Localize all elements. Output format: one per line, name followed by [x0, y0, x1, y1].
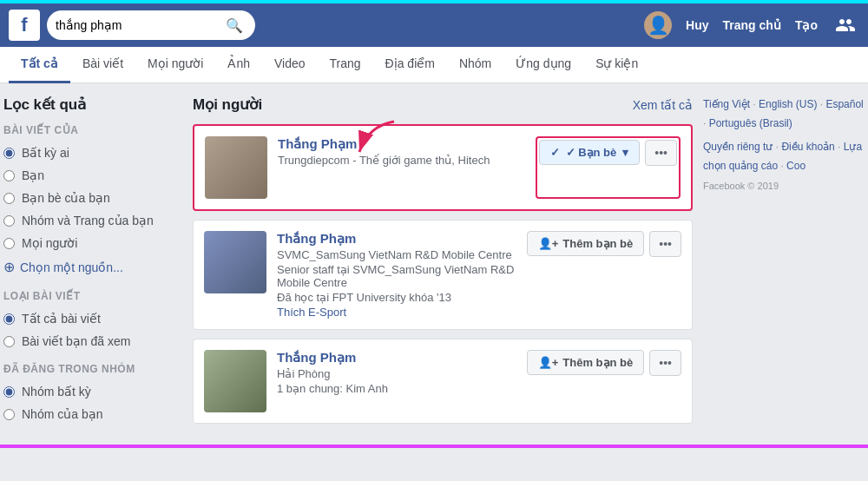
search-button[interactable]: 🔍	[222, 17, 247, 34]
filter-ban[interactable]: Bạn	[0, 164, 182, 187]
avatar[interactable]: 👤	[644, 11, 672, 39]
lang-english[interactable]: English (US)	[759, 98, 817, 110]
filter-tat-ca-bai-viet[interactable]: Tất cả bài viết	[0, 307, 182, 330]
more-button-2[interactable]: •••	[649, 231, 681, 257]
filter-chon-nguon[interactable]: ⊕ Chọn một nguồn...	[0, 254, 182, 280]
tab-groups[interactable]: Nhóm	[447, 46, 503, 83]
person-avatar-1	[205, 136, 267, 199]
person-detail2-2: Đã học tại FPT University khóa '13	[277, 291, 516, 304]
privacy-link[interactable]: Quyền riêng tư	[703, 141, 773, 153]
create-link[interactable]: Tạo	[795, 18, 818, 32]
filter-bai-viet-da-xem[interactable]: Bài viết bạn đã xem	[0, 330, 182, 353]
person-info-3: Thắng Phạm Hải Phòng 1 bạn chung: Kim An…	[277, 350, 516, 412]
footer-policy-links: Quyền riêng tư · Điều khoản · Lựa chọn q…	[703, 138, 868, 175]
filter-bat-ky-ai[interactable]: Bất kỳ ai	[0, 142, 182, 164]
tab-pages[interactable]: Trang	[318, 46, 373, 83]
footer-language-links: Tiếng Việt · English (US) · Español · Po…	[703, 96, 868, 133]
home-link[interactable]: Trang chủ	[723, 18, 781, 32]
person-actions-3: 👤+ Thêm bạn bè •••	[527, 350, 681, 412]
lang-espanol[interactable]: Español	[825, 98, 863, 110]
search-bar: 🔍	[47, 10, 255, 40]
people-icon[interactable]	[832, 11, 859, 39]
person-avatar-3	[204, 350, 266, 412]
person-name-1[interactable]: Thắng Phạm	[278, 136, 525, 152]
more-button-1[interactable]: •••	[645, 140, 677, 166]
person-name-2[interactable]: Thắng Phạm	[277, 231, 516, 247]
lang-tieng-viet[interactable]: Tiếng Việt	[703, 98, 750, 110]
facebook-logo[interactable]: f	[9, 10, 40, 41]
add-friend-icon-2: 👤+	[538, 237, 559, 250]
tab-places[interactable]: Địa điểm	[373, 46, 447, 83]
section-title: Mọi người	[193, 96, 262, 114]
tab-apps[interactable]: Ứng dụng	[503, 46, 583, 83]
person-detail-3: 1 bạn chung: Kim Anh	[277, 382, 516, 395]
person-name-3[interactable]: Thắng Phạm	[277, 350, 516, 366]
lang-portugues[interactable]: Português (Brasil)	[709, 117, 792, 129]
them-ban-be-button-3[interactable]: 👤+ Thêm bạn bè	[527, 350, 645, 375]
main-layout: Lọc kết quả BÀI VIẾT CỦA Bất kỳ ai Bạn B…	[0, 83, 868, 445]
tab-all[interactable]: Tất cả	[9, 46, 70, 83]
filter-section-nhom: ĐÃ ĐĂNG TRONG NHÓM	[0, 363, 182, 375]
person-info-2: Thắng Phạm SVMC_SamSung VietNam R&D Mobi…	[277, 231, 516, 319]
tab-photos[interactable]: Ảnh	[215, 46, 262, 83]
add-friend-icon-3: 👤+	[538, 356, 559, 369]
person-avatar-2	[204, 231, 266, 293]
filter-section-bai-viet-cua: BÀI VIẾT CỦA	[0, 124, 182, 136]
checkmark-icon: ✓	[550, 146, 560, 159]
person-actions-2: 👤+ Thêm bạn bè •••	[527, 231, 681, 319]
filter-nhom-va-trang[interactable]: Nhóm và Trang của bạn	[0, 209, 182, 232]
left-sidebar: Lọc kết quả BÀI VIẾT CỦA Bất kỳ ai Bạn B…	[0, 96, 182, 432]
sub-navigation: Tất cả Bài viết Mọi người Ảnh Video Tran…	[0, 47, 868, 83]
tab-posts[interactable]: Bài viết	[70, 46, 135, 83]
filter-moi-nguoi[interactable]: Mọi người	[0, 232, 182, 254]
cookies-link[interactable]: Coo	[786, 160, 806, 172]
more-button-3[interactable]: •••	[649, 350, 681, 376]
person-card-1: Thắng Phạm Trungdiepcom - Thế giới game …	[193, 124, 693, 211]
top-navigation: f 🔍 👤 Huy Trang chủ Tạo	[0, 3, 868, 47]
copyright: Facebook © 2019	[703, 181, 868, 191]
filter-ban-be-cua-ban[interactable]: Bạn bè của bạn	[0, 187, 182, 209]
person-actions-1: ✓ ✓ Bạn bè ▾ •••	[536, 136, 681, 199]
filter-title: Lọc kết quả	[0, 96, 182, 114]
person-detail-2: Senior staff tại SVMC_SamSung VietNam R&…	[277, 263, 516, 289]
chevron-down-icon: ▾	[622, 146, 628, 159]
person-card-3: Thắng Phạm Hải Phòng 1 bạn chung: Kim An…	[193, 339, 693, 424]
person-sub-1: Trungdiepcom - Thế giới game thủ, Hitech	[278, 154, 525, 167]
person-sub-2: SVMC_SamSung VietNam R&D Mobile Centre	[277, 248, 516, 261]
person-card-2: Thắng Phạm SVMC_SamSung VietNam R&D Mobi…	[193, 220, 693, 330]
user-name[interactable]: Huy	[686, 18, 708, 32]
person-interest-2[interactable]: Thích E-Sport	[277, 306, 516, 319]
filter-nhom-cua-ban[interactable]: Nhóm của bạn	[0, 403, 182, 425]
terms-link[interactable]: Điều khoản	[781, 141, 834, 153]
them-ban-be-button-2[interactable]: 👤+ Thêm bạn bè	[527, 231, 645, 256]
center-content: Mọi người Xem tất cả Thắng	[193, 96, 693, 432]
search-input[interactable]	[56, 18, 222, 32]
right-sidebar: Tiếng Việt · English (US) · Español · Po…	[703, 96, 868, 432]
see-all-link[interactable]: Xem tất cả	[633, 98, 693, 112]
person-info-1: Thắng Phạm Trungdiepcom - Thế giới game …	[278, 136, 525, 199]
tab-people[interactable]: Mọi người	[135, 46, 215, 83]
person-sub-3: Hải Phòng	[277, 367, 516, 380]
tab-video[interactable]: Video	[262, 46, 318, 83]
filter-nhom-bat-ky[interactable]: Nhóm bất kỳ	[0, 380, 182, 403]
nav-right: 👤 Huy Trang chủ Tạo	[644, 11, 859, 39]
tab-events[interactable]: Sự kiện	[583, 46, 650, 83]
filter-section-loai-bai-viet: LOẠI BÀI VIẾT	[0, 290, 182, 302]
ban-be-button-1[interactable]: ✓ ✓ Bạn bè ▾	[539, 140, 641, 165]
section-header: Mọi người Xem tất cả	[193, 96, 693, 114]
plus-icon: ⊕	[3, 259, 15, 275]
